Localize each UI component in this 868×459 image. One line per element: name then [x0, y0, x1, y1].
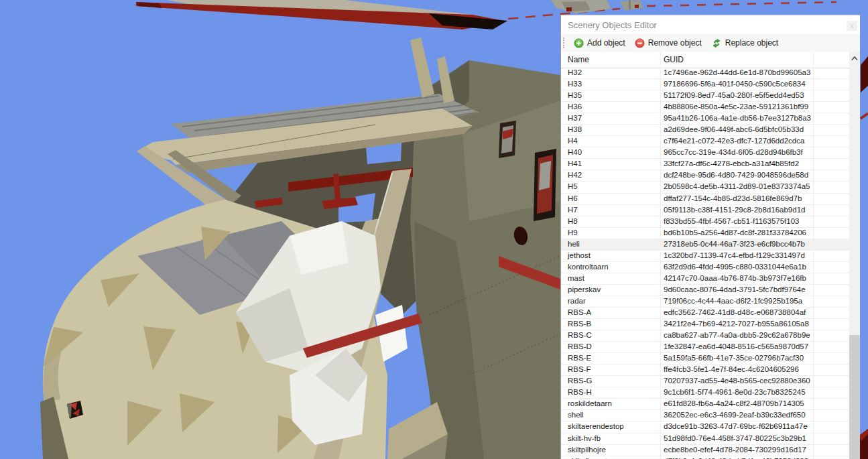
- table-header: Name GUID: [561, 52, 860, 68]
- cell-name: H36: [568, 103, 582, 111]
- panel-title: Scenery Objects Editor: [568, 20, 657, 30]
- remove-object-label: Remove object: [648, 38, 702, 48]
- cell-guid: f833bd55-4fbf-4567-cb51-f1163575f103: [664, 217, 799, 225]
- table-row[interactable]: H3551172f09-8ed7-45a0-280f-e5f5edd4ed53: [561, 90, 849, 102]
- cell-name: kontroltaarn: [568, 263, 609, 271]
- table-row[interactable]: H38a2d69dee-9f06-449f-abc6-6d5bfc05b33d: [561, 125, 849, 136]
- table-row[interactable]: H42dcf248be-95d6-4d80-7429-9048596de58d: [561, 170, 849, 182]
- column-header-guid[interactable]: GUID: [664, 55, 684, 64]
- cell-guid: 9c1cb6f1-5f74-4961-8e0d-23c7b8325245: [664, 388, 806, 396]
- cell-name: skiltaerendestop: [568, 422, 624, 430]
- replace-object-button[interactable]: Replace object: [706, 36, 783, 50]
- table-row[interactable]: skiltaerendestopd3dce91b-3263-47d7-69bc-…: [561, 421, 849, 433]
- cell-guid: 05f9113b-c38f-4151-29c8-2b8d16ab9d1d: [664, 206, 805, 214]
- cell-name: H7: [568, 206, 578, 214]
- cell-guid: 70207937-ad55-4e48-b565-cec92880e360: [664, 377, 810, 385]
- scroll-up-icon[interactable]: [849, 52, 860, 64]
- cell-name: skiltpilvenstre: [568, 457, 614, 459]
- table-row[interactable]: skilt-hv-fb51d98fd0-76e4-458f-3747-80225…: [561, 434, 849, 445]
- table-row[interactable]: RBS-E5a159fa5-66fb-41e7-35ce-02796b7acf3…: [561, 353, 849, 365]
- add-object-button[interactable]: Add object: [569, 36, 630, 50]
- table-row[interactable]: H9bd6b10b5-a256-4d87-dc8f-281f33784206: [561, 228, 849, 239]
- add-object-label: Add object: [587, 38, 625, 48]
- table-row[interactable]: H4c7f64e21-c072-42e3-dfc7-127d6dd2cdca: [561, 136, 849, 147]
- cell-guid: dcf248be-95d6-4d80-7429-9048596de58d: [664, 171, 808, 179]
- table-row[interactable]: RBS-Cca8ba627-ab77-4a0a-dbb5-29c62a678b9…: [561, 330, 849, 342]
- cell-guid: bd6b10b5-a256-4d87-dc8f-281f33784206: [664, 228, 806, 237]
- table-row[interactable]: RBS-Aedfc3562-7462-41d8-d48c-e068738804a…: [561, 308, 849, 319]
- table-row[interactable]: H40965cc7cc-319e-434d-6f05-d28d94b6fb3f: [561, 147, 849, 159]
- table-row[interactable]: shell362052ec-e6c3-4699-2eaf-b39c33edf65…: [561, 410, 849, 421]
- object-table[interactable]: H321c7496ae-962d-44dd-6e1d-870bd99605a3H…: [561, 68, 849, 459]
- table-row[interactable]: RBS-Fffe4fcb3-5fe1-4e7f-84ec-4c620460529…: [561, 365, 849, 376]
- cell-name: H5: [568, 182, 578, 190]
- table-row[interactable]: piperskav9d60caac-8076-4dad-3791-5fc7bdf…: [561, 285, 849, 296]
- cell-guid: edfc3562-7462-41d8-d48c-e068738804af: [664, 308, 806, 316]
- cell-guid: 51d98fd0-76e4-458f-3747-80225c3b29b1: [664, 434, 806, 442]
- cell-guid: 719f06cc-4c44-4aac-d6f2-1fc9925b195a: [664, 297, 802, 305]
- cell-guid: 2b0598c4-de5b-4311-2d89-01e8373374a5: [664, 182, 810, 190]
- table-row[interactable]: H364b88806e-850a-4e5c-23ae-59121361bf99: [561, 102, 849, 113]
- cell-guid: 9d60caac-8076-4dad-3791-5fc7bdf9764e: [664, 285, 806, 293]
- table-row[interactable]: H3397186696-5f6a-401f-0450-c590c5ce6834: [561, 79, 849, 90]
- cell-name: RBS-A: [568, 308, 591, 316]
- replace-icon: [711, 38, 722, 48]
- scrollbar-thumb[interactable]: [849, 335, 860, 459]
- table-row[interactable]: radar719f06cc-4c44-4aac-d6f2-1fc9925b195…: [561, 296, 849, 308]
- cell-name: piperskav: [568, 285, 601, 293]
- table-row[interactable]: mast42147c70-0aaa-4b76-874b-3b973f7e16fb: [561, 273, 849, 285]
- cell-guid: 95a41b26-106a-4a1e-db56-b7ee3127b8a3: [664, 114, 811, 122]
- close-icon[interactable]: x: [847, 21, 857, 31]
- cell-name: jethost: [568, 251, 591, 259]
- cell-guid: 5a159fa5-66fb-41e7-35ce-02796b7acf30: [664, 354, 804, 362]
- cell-guid: 362052ec-e6c3-4699-2eaf-b39c33edf650: [664, 411, 806, 419]
- panel-titlebar[interactable]: Scenery Objects Editor x: [561, 15, 860, 34]
- table-row[interactable]: skiltpilhojreecbe8be0-efef-4d78-2084-730…: [561, 445, 849, 456]
- table-row[interactable]: H3795a41b26-106a-4a1e-db56-b7ee3127b8a3: [561, 113, 849, 125]
- cell-name: H42: [568, 171, 582, 179]
- cell-name: H9: [568, 228, 578, 237]
- cell-name: H35: [568, 91, 582, 99]
- cell-guid: ca8ba627-ab77-4a0a-dbb5-29c62a678b9e: [664, 331, 810, 339]
- table-row[interactable]: skiltpilvenstred7f9b0e1-0d43-43dc-b7d1-e…: [561, 456, 849, 459]
- cell-name: mast: [568, 274, 584, 282]
- toolbar-grip[interactable]: [563, 38, 566, 48]
- cell-guid: 1c320bd7-1139-47c4-efbd-f129c331497d: [664, 251, 805, 259]
- cell-name: RBS-C: [568, 331, 592, 339]
- app-window: Scenery Objects Editor x Add object: [0, 0, 868, 459]
- cell-name: H6: [568, 194, 578, 202]
- table-row[interactable]: H8f833bd55-4fbf-4567-cb51-f1163575f103: [561, 216, 849, 228]
- vertical-scrollbar[interactable]: [849, 52, 860, 459]
- cell-guid: 63f2d9d6-4fdd-4995-c880-0331044e6a1b: [664, 263, 806, 271]
- table-row[interactable]: H52b0598c4-de5b-4311-2d89-01e8373374a5: [561, 182, 849, 193]
- cell-guid: ecbe8be0-efef-4d78-2084-730299d16d17: [664, 446, 806, 454]
- cell-name: skilt-hv-fb: [568, 434, 601, 442]
- cell-guid: ffe4fcb3-5fe1-4e7f-84ec-4c6204605296: [664, 365, 799, 373]
- table-row[interactable]: heli27318eb5-0c44-46a7-3f23-e6cf9bcc4b7b: [561, 239, 849, 251]
- cell-name: H4: [568, 137, 578, 145]
- column-header-name[interactable]: Name: [568, 55, 589, 64]
- table-row[interactable]: RBS-G70207937-ad55-4e48-b565-cec92880e36…: [561, 376, 849, 387]
- cell-guid: 51172f09-8ed7-45a0-280f-e5f5edd4ed53: [664, 91, 804, 99]
- table-row[interactable]: roskildetaarne61fd828-fb6a-4a24-c8f2-487…: [561, 399, 849, 410]
- remove-object-button[interactable]: Remove object: [630, 36, 706, 50]
- table-row[interactable]: H705f9113b-c38f-4151-29c8-2b8d16ab9d1d: [561, 205, 849, 216]
- table-row[interactable]: H321c7496ae-962d-44dd-6e1d-870bd99605a3: [561, 68, 849, 79]
- cell-name: H38: [568, 125, 582, 133]
- table-row[interactable]: kontroltaarn63f2d9d6-4fdd-4995-c880-0331…: [561, 262, 849, 273]
- table-row[interactable]: jethost1c320bd7-1139-47c4-efbd-f129c3314…: [561, 251, 849, 262]
- cell-name: RBS-E: [568, 354, 591, 362]
- table-row[interactable]: RBS-D1fe32847-ea6d-4048-8516-c565a9870d5…: [561, 342, 849, 353]
- cell-guid: dffaf277-154c-4b85-d23d-5816fe869d7b: [664, 194, 802, 202]
- cell-name: H41: [568, 159, 582, 168]
- cell-guid: c7f64e21-c072-42e3-dfc7-127d6dd2cdca: [664, 137, 804, 145]
- table-row[interactable]: H4133fcf27a-df6c-4278-ebcb-a31af4b85fd2: [561, 159, 849, 170]
- cell-guid: 4b88806e-850a-4e5c-23ae-59121361bf99: [664, 103, 808, 111]
- remove-icon: [635, 38, 645, 48]
- table-row[interactable]: H6dffaf277-154c-4b85-d23d-5816fe869d7b: [561, 194, 849, 205]
- cell-guid: e61fd828-fb6a-4a24-c8f2-48709b714305: [664, 399, 804, 407]
- cell-name: RBS-D: [568, 342, 592, 350]
- cell-guid: 33fcf27a-df6c-4278-ebcb-a31af4b85fd2: [664, 159, 799, 168]
- table-row[interactable]: RBS-H9c1cb6f1-5f74-4961-8e0d-23c7b832524…: [561, 387, 849, 399]
- table-row[interactable]: RBS-B3421f2e4-7b69-4212-7027-b955a86105a…: [561, 319, 849, 330]
